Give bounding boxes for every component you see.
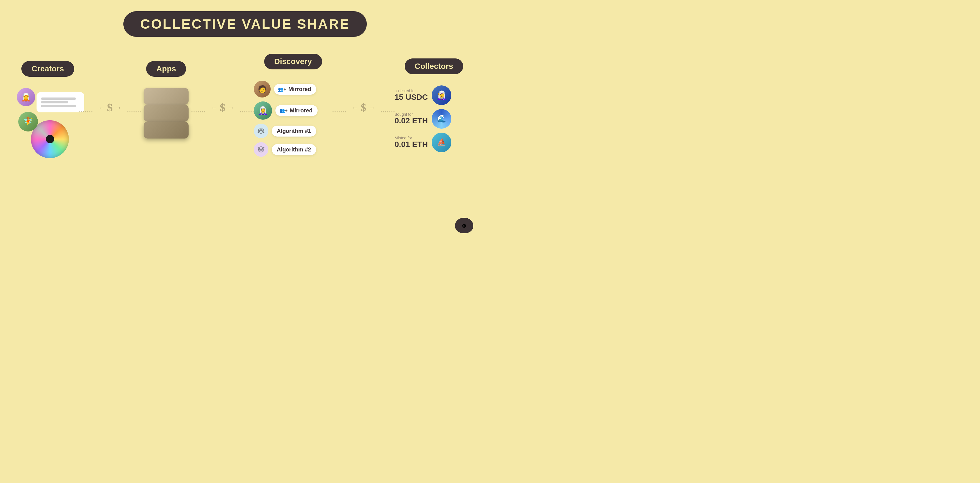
collector-item-1: collected for 15 USDC 🧝‍♀️ <box>395 86 451 105</box>
page-title: COLLECTIVE VALUE SHARE <box>140 17 350 32</box>
arrow-left-1: ← <box>98 104 105 111</box>
discovery-avatar-1: 🧑 <box>254 81 270 97</box>
creator-card-line-1 <box>41 97 76 100</box>
creator-avatar-2: 🧚 <box>18 112 38 132</box>
apps-stack <box>141 88 191 150</box>
collector-info-2: Bought for 0.02 ETH <box>395 112 428 126</box>
connector-3b <box>381 111 395 113</box>
apps-label: Apps <box>156 64 176 73</box>
discovery-section: Discovery 🧑 👥+ Mirrored <box>254 54 332 157</box>
discovery-item-mirrored-2: 🧝‍♀️ 👥+ Mirrored <box>254 102 318 120</box>
mirror-icon-1: 👥+ <box>278 87 286 92</box>
discovery-content: 🧑 👥+ Mirrored 🧝‍♀️ 👥+ <box>254 81 332 157</box>
collectors-items: collected for 15 USDC 🧝‍♀️ Bought for 0.… <box>395 86 473 152</box>
discovery-item-mirrored-1: 🧑 👥+ Mirrored <box>254 81 316 97</box>
creators-pill: Creators <box>21 61 74 77</box>
collectors-content: collected for 15 USDC 🧝‍♀️ Bought for 0.… <box>395 86 473 152</box>
logo-emoji: ☻ <box>461 222 468 229</box>
dollar-arrow-2: ← $ → <box>205 101 240 114</box>
collector-label-2: Bought for <box>395 112 428 117</box>
discovery-label: Discovery <box>274 57 312 66</box>
collector-value-1: 15 USDC <box>395 93 428 102</box>
mirrored-label-2: Mirrored <box>290 107 312 114</box>
dollar-arrow-3: ← $ → <box>346 101 381 114</box>
collector-label-3: Minted for <box>395 136 428 140</box>
creator-card <box>37 92 84 113</box>
mirrored-pill-2: 👥+ Mirrored <box>275 105 318 116</box>
connector-1b <box>127 111 141 113</box>
discovery-pill: Discovery <box>264 54 322 69</box>
algo-pill-2: Algorithm #2 <box>272 144 316 155</box>
mirror-icon-2: 👥+ <box>279 108 288 113</box>
title-pill: COLLECTIVE VALUE SHARE <box>123 11 367 37</box>
algo-label-1: Algorithm #1 <box>277 128 311 134</box>
collector-info-1: collected for 15 USDC <box>395 89 428 102</box>
collector-avatar-3: ⛵ <box>432 133 451 152</box>
arrow-right-3: → <box>368 104 375 111</box>
discovery-item-algo-1: 🕸️ Algorithm #1 <box>254 124 316 138</box>
collector-label-1: collected for <box>395 89 428 93</box>
collector-avatar-2: 🌊 <box>432 109 451 129</box>
connector-1 <box>79 111 92 113</box>
connector-2b <box>240 111 254 113</box>
mirrored-label-1: Mirrored <box>288 86 311 92</box>
flow-row: Creators 🧝 🧚 <box>0 54 490 157</box>
arrow-left-2: ← <box>211 104 218 111</box>
collectors-label: Collectors <box>415 62 453 70</box>
creator-avatar-1: 🧝 <box>17 88 35 106</box>
stack-layer-top <box>143 88 189 105</box>
creator-card-line-2 <box>41 101 68 103</box>
collector-value-2: 0.02 ETH <box>395 117 428 126</box>
stack-layer-mid <box>143 105 189 122</box>
mirrored-pill-1: 👥+ Mirrored <box>274 84 316 95</box>
algo-pill-1: Algorithm #1 <box>272 126 316 137</box>
collector-item-2: Bought for 0.02 ETH 🌊 <box>395 109 451 129</box>
creator-card-line-3 <box>41 105 76 107</box>
collector-avatar-1: 🧝‍♀️ <box>432 86 451 105</box>
apps-pill: Apps <box>146 61 186 77</box>
dollar-sign-2: $ <box>220 101 225 114</box>
dollar-sign-1: $ <box>107 101 113 114</box>
discovery-item-algo-2: 🕸️ Algorithm #2 <box>254 142 316 157</box>
stack-layer-bot <box>143 122 189 138</box>
creators-section: Creators 🧝 🧚 <box>17 61 79 150</box>
connector-3 <box>332 111 346 113</box>
discovery-items: 🧑 👥+ Mirrored 🧝‍♀️ 👥+ <box>254 81 332 157</box>
apps-content <box>141 88 191 150</box>
algo-icon-1: 🕸️ <box>257 127 265 135</box>
arrow-left-3: ← <box>352 104 358 111</box>
bottom-logo: ☻ <box>455 218 473 233</box>
collector-item-3: Minted for 0.01 ETH ⛵ <box>395 133 451 152</box>
dollar-arrow-1: ← $ → <box>92 101 127 114</box>
dollar-sign-3: $ <box>361 101 366 114</box>
algo-circle-2: 🕸️ <box>254 142 269 157</box>
algo-circle-1: 🕸️ <box>254 124 269 138</box>
collectors-pill: Collectors <box>405 59 463 74</box>
algo-icon-2: 🕸️ <box>257 146 265 153</box>
connector-2 <box>191 111 205 113</box>
arrow-right-1: → <box>115 104 122 111</box>
collector-info-3: Minted for 0.01 ETH <box>395 136 428 149</box>
collectors-section: Collectors collected for 15 USDC 🧝‍♀️ <box>395 59 473 152</box>
apps-section: Apps <box>141 61 191 150</box>
algo-label-2: Algorithm #2 <box>277 146 311 153</box>
main-container: COLLECTIVE VALUE SHARE Creators 🧝 <box>0 0 490 242</box>
disc-center <box>46 135 54 143</box>
creators-label: Creators <box>32 64 64 73</box>
discovery-avatar-2: 🧝‍♀️ <box>254 102 272 120</box>
collector-value-3: 0.01 ETH <box>395 140 428 149</box>
arrow-right-2: → <box>228 104 234 111</box>
